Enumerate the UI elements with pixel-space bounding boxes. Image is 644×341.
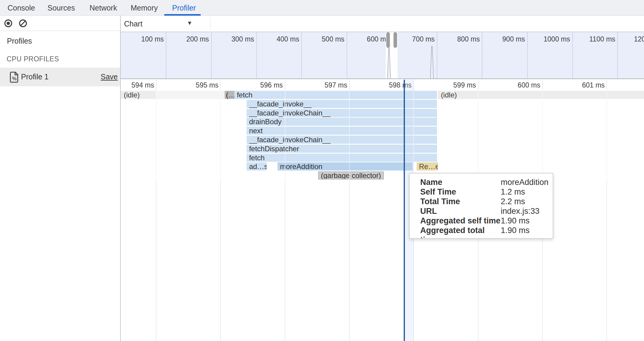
flame-chart[interactable]: 594 ms595 ms596 ms597 ms598 ms599 ms600 … [121, 80, 644, 341]
tooltip-row: URLindex.js:33 [420, 206, 553, 216]
gridline-seam [478, 91, 478, 181]
tooltip-label: Self Time [420, 187, 501, 197]
tab-memory[interactable]: Memory [131, 0, 158, 16]
flame-bar-fetch[interactable]: fetch [247, 154, 437, 162]
flame-bar-idle[interactable]: (idle) [438, 91, 644, 99]
devtools-window: ConsoleSourcesNetworkMemoryProfiler Prof… [0, 0, 644, 341]
flame-bar-fetch[interactable]: fetch [234, 91, 437, 99]
tooltip-label: Name [420, 177, 501, 187]
current-time-marker[interactable] [404, 80, 405, 341]
gridline-seam [349, 91, 350, 181]
percent-document-icon: % [10, 71, 19, 84]
overview-timeline[interactable]: 100 ms200 ms300 ms400 ms500 ms600 ms700 … [121, 32, 644, 79]
gridline-seam [220, 91, 221, 181]
sidebar-toolbar [0, 16, 120, 31]
flame-bar-idle[interactable]: (idle) [121, 91, 156, 99]
devtools-tab-bar: ConsoleSourcesNetworkMemoryProfiler [0, 0, 644, 16]
save-profile-link[interactable]: Save [101, 72, 118, 81]
tooltip-value: 1.2 ms [501, 187, 553, 197]
tooltip-label: Aggregated total time [420, 226, 501, 239]
tooltip-label: Total Time [420, 197, 501, 206]
chevron-down-icon: ▼ [187, 20, 193, 26]
cpu-spike [387, 46, 390, 79]
tab-sources[interactable]: Sources [47, 0, 75, 16]
tooltip-row: Aggregated self time1.90 ms [420, 216, 553, 226]
flame-bar-facade-invokechain[interactable]: __facade_invokeChain__ [247, 136, 437, 144]
cpu-profiles-section-label: CPU PROFILES [7, 55, 59, 63]
time-ruler-label: 600 ms [492, 81, 540, 89]
frame-tooltip: NamemoreAdditionSelf Time1.2 msTotal Tim… [409, 173, 553, 239]
gridline-seam [285, 91, 285, 181]
flame-bar-drainbody[interactable]: drainBody [247, 118, 437, 126]
time-ruler-label: 601 ms [557, 81, 605, 89]
view-mode-label: Chart [124, 20, 142, 28]
tooltip-value: moreAddition [501, 177, 553, 187]
gridline-seam [606, 91, 607, 181]
tab-profiler[interactable]: Profiler [172, 0, 196, 16]
time-ruler-label: 596 ms [235, 81, 283, 89]
flame-bar-frame[interactable]: (… [225, 91, 234, 99]
flame-bar-ad-s[interactable]: ad…s [247, 162, 266, 170]
tooltip-value: 1.90 ms [501, 226, 553, 239]
tooltip-row: NamemoreAddition [420, 177, 553, 187]
tooltip-row: Aggregated total time1.90 ms [420, 226, 553, 239]
profiles-heading: Profiles [7, 37, 32, 45]
flame-bar-moreaddition[interactable]: moreAddition [278, 162, 413, 170]
flame-bar-next[interactable]: next [247, 127, 437, 135]
tooltip-value: 1.90 ms [501, 216, 553, 226]
tooltip-row: Self Time1.2 ms [420, 187, 553, 197]
time-ruler-label: 597 ms [299, 81, 347, 89]
flame-bar-facade-invoke[interactable]: __facade_invoke__ [247, 100, 437, 108]
tab-console[interactable]: Console [8, 0, 35, 16]
gridline-seam [413, 91, 414, 181]
view-mode-dropdown[interactable]: Chart ▼ [124, 16, 199, 32]
tooltip-value: 2.2 ms [501, 197, 553, 206]
toolbar-separator [210, 17, 211, 30]
flame-bar-idle[interactable] [156, 91, 225, 99]
profile-list-item[interactable]: % Profile 1 Save [0, 68, 120, 86]
gridline-seam [542, 91, 543, 181]
tooltip-label: Aggregated self time [420, 216, 501, 226]
profiler-toolbar: Chart ▼ [121, 16, 644, 32]
flame-bar-fetchdispatcher[interactable]: fetchDispatcher [247, 145, 437, 153]
time-ruler-label: 595 ms [170, 81, 218, 89]
time-ruler-label: 594 ms [121, 81, 154, 89]
flame-bar-re-e[interactable]: Re…e [417, 162, 438, 170]
tooltip-value: index.js:33 [501, 206, 553, 216]
gridline-seam [156, 91, 156, 181]
tooltip-row: Total Time2.2 ms [420, 197, 553, 206]
cpu-spike [430, 46, 433, 79]
svg-text:%: % [12, 76, 17, 81]
cpu-activity-sparkline [121, 32, 644, 79]
flame-bar-facade-invokechain[interactable]: __facade_invokeChain__ [247, 109, 437, 117]
time-ruler-label: 599 ms [428, 81, 476, 89]
tooltip-label: URL [420, 206, 501, 216]
tab-network[interactable]: Network [90, 0, 117, 16]
sidebar: Profiles CPU PROFILES % Profile 1 Save [0, 16, 120, 341]
record-icon[interactable] [4, 19, 13, 28]
flame-bar-garbage-collector[interactable]: (garbage collector) [318, 171, 384, 180]
profile-name: Profile 1 [21, 72, 49, 81]
clear-icon[interactable] [19, 19, 27, 28]
